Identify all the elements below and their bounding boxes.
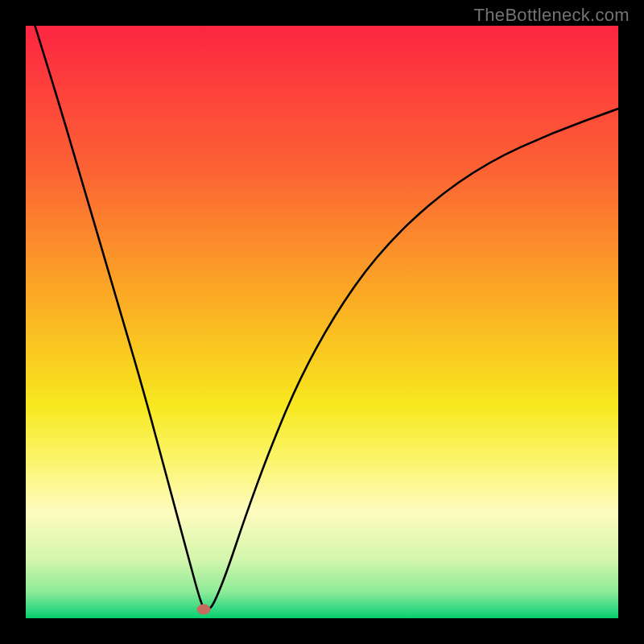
chart-frame: TheBottleneck.com (0, 0, 644, 644)
curve (26, 26, 618, 618)
min-point-marker (196, 604, 210, 614)
plot-area (26, 26, 618, 618)
watermark-text: TheBottleneck.com (474, 5, 630, 26)
